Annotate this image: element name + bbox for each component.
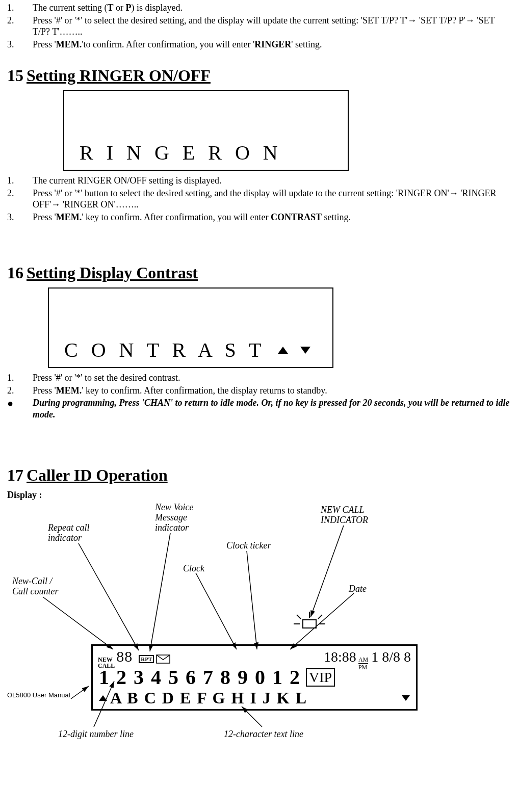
intro-item-1: 1. The current setting (T or P) is displ… — [7, 2, 512, 14]
svg-line-6 — [290, 593, 354, 649]
caller-id-diagram: New Voice Message indicator Repeat call … — [7, 503, 497, 737]
s15-list: 1. The current RINGER ON/OFF setting is … — [7, 175, 512, 223]
svg-line-15 — [318, 615, 322, 619]
svg-line-14 — [297, 615, 301, 619]
svg-line-9 — [71, 686, 89, 699]
intro-item-2: 2. Press '#' or '*' to select the desire… — [7, 15, 512, 38]
caller-id-lcd: NEW CALL 88 RPT 18:88 AM PM 1 8/8 8 1 2 … — [91, 644, 418, 711]
date-value: 1 8/8 8 — [371, 649, 411, 665]
intro-list: 1. The current setting (T or P) is displ… — [7, 2, 512, 50]
svg-line-4 — [196, 573, 237, 649]
bullet-icon: ● — [7, 397, 33, 420]
lcd-row-2: 1 2 3 4 5 6 7 8 9 0 1 2 VIP — [99, 665, 413, 689]
clock-value: 18:88 — [324, 649, 356, 665]
heading-17: 17Caller ID Operation — [7, 466, 512, 485]
triangle-down-icon — [300, 347, 310, 354]
call-counter: 88 — [116, 648, 133, 665]
svg-line-2 — [310, 526, 344, 617]
lcd-ringer-text: R I N G E R O N — [80, 141, 282, 165]
s15-item-1: 1. The current RINGER ON/OFF setting is … — [7, 175, 512, 187]
svg-line-5 — [43, 597, 113, 649]
svg-line-1 — [79, 543, 139, 650]
triangle-down-small-icon — [402, 695, 410, 701]
heading-16: 16Setting Display Contrast — [7, 264, 512, 282]
s16-note: ● During programming, Press 'CHAN' to re… — [7, 397, 512, 420]
intro-item-3: 3. Press 'MEM.'to confirm. After confirm… — [7, 39, 512, 50]
s16-list: 1. Press '#' or '*' to set the desired c… — [7, 372, 512, 396]
svg-line-3 — [247, 551, 257, 649]
lcd-ringer: R I N G E R O N — [63, 90, 349, 171]
lcd-row-3: A B C D E F G H I J K L — [99, 689, 410, 708]
lcd-contrast: C O N T R A S T — [48, 287, 333, 368]
s16-item-1: 1. Press '#' or '*' to set the desired c… — [7, 372, 512, 384]
text-line: A B C D E F G H I J K L — [110, 689, 402, 708]
s15-item-3: 3. Press 'MEM.' key to confirm. After co… — [7, 212, 512, 223]
lcd-contrast-text: C O N T R A S T — [64, 338, 310, 362]
heading-15: 15Setting RINGER ON/OFF — [7, 66, 512, 85]
display-label: Display : — [7, 490, 512, 501]
rpt-indicator: RPT — [139, 655, 154, 663]
s16-item-2: 2. Press 'MEM.' key to confirm. After co… — [7, 385, 512, 397]
s15-item-2: 2. Press '#' or '*' button to select the… — [7, 188, 512, 211]
triangle-up-icon — [278, 347, 288, 354]
svg-rect-10 — [303, 620, 316, 628]
triangle-up-small-icon — [99, 695, 107, 701]
vip-indicator: VIP — [306, 668, 335, 687]
svg-line-0 — [150, 533, 170, 651]
number-line: 1 2 3 4 5 6 7 8 9 0 1 2 — [99, 665, 301, 689]
envelope-icon — [156, 654, 170, 664]
